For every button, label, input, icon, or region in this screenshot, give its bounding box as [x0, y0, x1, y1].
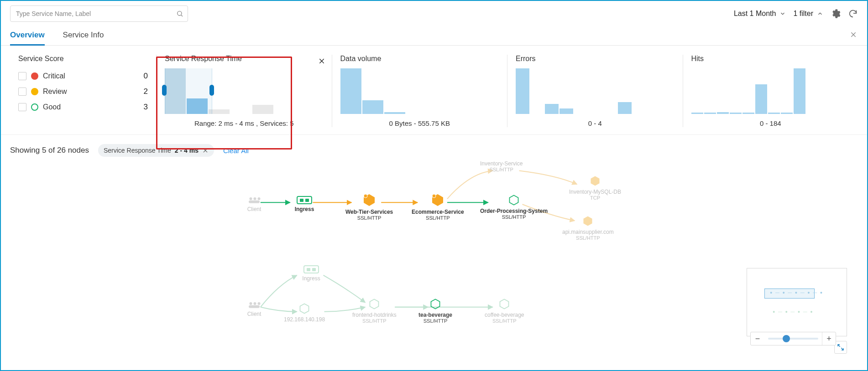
timerange-label: Last 1 Month: [734, 10, 776, 18]
card-title: Data volume: [340, 55, 499, 63]
dot-good-icon: [31, 103, 38, 111]
topology-graph[interactable]: Client Ingress Web-Tier-Services SSL/HTT…: [10, 161, 858, 362]
tab-service-info[interactable]: Service Info: [63, 26, 104, 46]
node-ingress[interactable]: Ingress: [288, 196, 320, 212]
node-label: Ecommerce-Service: [412, 209, 464, 215]
node-inventory-service[interactable]: Inventory-Service SSL/HTTP: [480, 160, 523, 172]
range-handle-left[interactable]: [162, 85, 167, 96]
histogram-bar[interactable]: [618, 102, 632, 114]
node-sub: SSL/HTTP: [426, 215, 450, 221]
histogram-bar[interactable]: [743, 113, 754, 114]
node-ingress-2[interactable]: Ingress: [295, 265, 327, 282]
score-label: Good: [43, 103, 61, 111]
histogram-bar[interactable]: [545, 104, 559, 114]
close-icon[interactable]: [318, 57, 325, 65]
close-panel-icon[interactable]: [850, 31, 857, 38]
histogram-bar[interactable]: [559, 108, 573, 114]
node-label: Ingress: [302, 275, 320, 282]
showing-text: Showing 5 of 26 nodes: [10, 146, 89, 155]
score-row-review[interactable]: Review 2: [18, 84, 148, 99]
node-ip[interactable]: 192.168.140.198: [284, 303, 325, 323]
histogram-bar[interactable]: [516, 68, 529, 114]
checkbox[interactable]: [18, 72, 26, 80]
zoom-slider[interactable]: [768, 338, 818, 340]
zoom-control: − +: [750, 332, 836, 345]
svg-marker-21: [509, 196, 518, 205]
range-handle-right[interactable]: [209, 85, 214, 96]
node-order-processing[interactable]: Order-Processing-System SSL/HTTP: [480, 194, 548, 220]
histogram-hits[interactable]: [691, 68, 850, 114]
node-ecommerce[interactable]: Ecommerce-Service SSL/HTTP: [412, 193, 464, 221]
histogram-bar[interactable]: [768, 113, 780, 114]
node-frontend[interactable]: frontend-hotdrinks SSL/HTTP: [352, 298, 397, 324]
card-title: Service Response Time: [165, 55, 324, 63]
hex-icon: [431, 193, 444, 207]
card-title: Errors: [516, 55, 675, 63]
score-row-good[interactable]: Good 3: [18, 99, 148, 115]
zoom-out-button[interactable]: −: [751, 332, 764, 345]
ingress-icon: [297, 196, 312, 204]
top-bar: Last 1 Month 1 filter: [1, 1, 867, 26]
checkbox[interactable]: [18, 103, 26, 111]
zoom-in-button[interactable]: +: [822, 332, 836, 345]
hex-icon: [589, 175, 601, 187]
node-coffee-beverage[interactable]: coffee-beverage SSL/HTTP: [485, 298, 524, 324]
hex-icon: [429, 298, 441, 310]
histogram-bar[interactable]: [362, 100, 383, 114]
node-label: tea-beverage: [418, 312, 452, 318]
node-inventory-mysql[interactable]: Inventory-MySQL-DB TCP: [569, 175, 621, 201]
card-title: Hits: [691, 55, 850, 63]
client-icon: [247, 196, 261, 204]
node-sub: SSL/HTTP: [362, 318, 387, 324]
tab-overview[interactable]: Overview: [10, 26, 45, 46]
node-label: frontend-hotdrinks: [352, 312, 397, 318]
node-client-2[interactable]: Client: [238, 301, 270, 317]
checkbox[interactable]: [18, 88, 26, 96]
histogram-bar[interactable]: [717, 112, 729, 114]
chip-remove-icon[interactable]: [202, 147, 209, 154]
score-count: 3: [144, 103, 148, 112]
minimap[interactable]: ● — ● — ● — ● — ● ● — ● — ● — ●: [747, 268, 847, 336]
clear-all-link[interactable]: Clear All: [223, 147, 249, 155]
histogram-bar[interactable]: [691, 113, 703, 114]
node-tea-beverage[interactable]: tea-beverage SSL/HTTP: [418, 298, 452, 324]
search-input[interactable]: [10, 5, 188, 22]
svg-point-24: [250, 302, 252, 305]
histogram-bar[interactable]: [730, 113, 742, 114]
node-supplier[interactable]: api.mainsupplier.com SSL/HTTP: [562, 215, 614, 241]
timerange-dropdown[interactable]: Last 1 Month: [734, 10, 786, 18]
histogram-bar[interactable]: [794, 68, 805, 114]
node-sub: SSL/HTTP: [576, 235, 600, 241]
node-client[interactable]: Client: [238, 196, 270, 212]
filter-dropdown[interactable]: 1 filter: [793, 10, 823, 18]
histogram-errors[interactable]: [516, 68, 675, 114]
histogram-bar[interactable]: [340, 68, 361, 114]
filter-row: Showing 5 of 26 nodes Service Response T…: [1, 135, 867, 161]
score-count: 2: [144, 87, 148, 96]
histogram-bar[interactable]: [781, 113, 793, 114]
search-icon: [176, 10, 183, 17]
histogram-bar[interactable]: [384, 112, 405, 114]
svg-marker-30: [431, 299, 439, 309]
histogram-data-volume[interactable]: [340, 68, 499, 114]
hex-icon: [508, 194, 520, 206]
fit-screen-button[interactable]: [834, 341, 847, 354]
histogram-bar[interactable]: [755, 84, 767, 114]
node-web-tier[interactable]: Web-Tier-Services SSL/HTTP: [345, 193, 393, 221]
histogram-response-time[interactable]: [165, 68, 324, 114]
hex-icon: [368, 298, 380, 310]
histogram-bar[interactable]: [252, 105, 273, 114]
svg-marker-29: [370, 299, 379, 309]
histogram-bar[interactable]: [704, 113, 716, 114]
node-label: Web-Tier-Services: [345, 209, 393, 215]
score-row-critical[interactable]: Critical 0: [18, 68, 148, 84]
hex-icon: [498, 298, 510, 310]
svg-line-1: [181, 15, 183, 16]
edges-svg: [10, 161, 858, 362]
zoom-handle[interactable]: [783, 335, 790, 342]
refresh-icon[interactable]: [848, 9, 858, 19]
client-icon: [247, 301, 261, 309]
node-sub: SSL/HTTP: [502, 214, 526, 220]
gear-icon[interactable]: [831, 9, 841, 19]
filter-chip[interactable]: Service Response Time 2 - 4 ms: [98, 144, 214, 157]
